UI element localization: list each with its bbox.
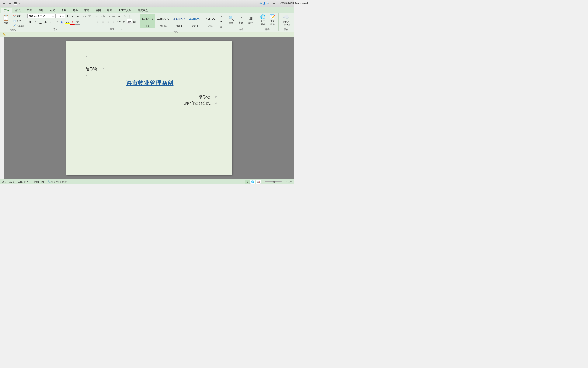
italic-button[interactable]: I xyxy=(33,19,38,25)
show-marks-button[interactable]: ¶ xyxy=(127,14,132,19)
align-right-button[interactable]: ≡ xyxy=(106,19,111,24)
subscript-button[interactable]: x₂ xyxy=(49,19,54,25)
page-wrapper[interactable]: ↵ ↵ 陪你读， ↵ ↵ 咨市物业管理条例 ↵ ↵ xyxy=(4,37,294,179)
paragraph-group-expand[interactable]: ⧉ xyxy=(121,28,123,31)
zoom-thumb[interactable] xyxy=(273,181,275,183)
document-page[interactable]: ↵ ↵ 陪你读， ↵ ↵ 咨市物业管理条例 ↵ ↵ xyxy=(66,41,232,175)
paste-button[interactable]: 📋 粘贴 xyxy=(2,14,10,25)
char-border-button[interactable]: 文 xyxy=(75,19,80,25)
bold-button[interactable]: B xyxy=(27,19,33,25)
ribbon-content: 📋 粘贴 ✂️ 剪切 📄 复制 🖌️ 格式刷 xyxy=(0,13,294,32)
full-translate-icon: 🌐 xyxy=(260,14,265,19)
underline-button[interactable]: U xyxy=(38,19,43,25)
font-color-button[interactable]: A xyxy=(70,19,75,25)
user-icon: 👤 xyxy=(263,2,266,4)
style-h1[interactable]: AaBbC 标题 1 xyxy=(171,14,187,28)
change-case-button[interactable]: Aa▼ xyxy=(76,14,81,19)
shading-button[interactable]: ▩▾ xyxy=(127,19,132,24)
increase-indent-button[interactable]: ⇥ xyxy=(116,14,121,19)
select-button[interactable]: ▦ 选择 xyxy=(246,14,255,26)
expand-qat[interactable]: ▼ xyxy=(18,2,21,5)
bullets-button[interactable]: ≡•▾ xyxy=(95,14,100,19)
app-icon: 🐟 xyxy=(259,2,262,4)
style-heading[interactable]: AaBbCc 标题 xyxy=(203,14,218,28)
tab-home[interactable]: 开始 xyxy=(1,8,12,13)
borders-button[interactable]: ▦▾ xyxy=(132,19,137,24)
find-button[interactable]: 🔍 查找 xyxy=(226,14,236,26)
tab-insert[interactable]: 插入 xyxy=(12,8,24,13)
numbering-button[interactable]: ≡1▾ xyxy=(100,14,105,19)
tab-pdf[interactable]: PDF工具集 xyxy=(115,8,134,13)
tab-view[interactable]: 视图 xyxy=(93,8,104,13)
doc-line-2: ↵ xyxy=(86,60,217,65)
undo-button[interactable]: ↩ xyxy=(2,1,7,6)
tab-design[interactable]: 设计 xyxy=(35,8,47,13)
ribbon-tabs: 开始 插入 绘图 设计 布局 引用 邮件 审阅 视图 帮助 PDF工具集 百度网… xyxy=(0,7,294,13)
style-h2[interactable]: AaBbCc 标题 2 xyxy=(187,14,202,28)
styles-group: AaBbCcDc 正文 AaBbCcDc 无间隔 AaBbC 标题 1 AaBb… xyxy=(139,13,225,31)
redo-button[interactable]: ↪ xyxy=(7,1,12,6)
style-no-spacing[interactable]: AaBbCcDc 无间隔 xyxy=(156,14,171,28)
tab-baidu[interactable]: 百度网盘 xyxy=(134,8,151,13)
tab-layout[interactable]: 布局 xyxy=(47,8,58,13)
full-translate-button[interactable]: 🌐 全文翻译 xyxy=(258,14,267,26)
line-spacing-button[interactable]: ↕▾ xyxy=(122,19,127,24)
cut-button[interactable]: ✂️ 剪切 xyxy=(12,14,25,18)
highlight-button[interactable]: ab xyxy=(64,19,70,25)
font-size-increase-button[interactable]: A+ xyxy=(65,14,70,19)
translation-buttons: 🌐 全文翻译 📝 论文翻译 xyxy=(258,14,277,28)
justify-button[interactable]: ≡ xyxy=(111,19,116,24)
phonetic-button[interactable]: 文 xyxy=(87,14,92,19)
paper-translate-button[interactable]: 📝 论文翻译 xyxy=(268,14,277,26)
status-bar: 页，共 21 页 13675 个字 中文(中国) 🔧 辅助功能: 调查 ⊞ 🌐 … xyxy=(0,179,294,184)
minimize-button[interactable]: ─ xyxy=(271,1,277,6)
view-mode-print[interactable]: ⊞ xyxy=(245,180,250,184)
multilevel-button[interactable]: ☰▾ xyxy=(106,14,111,19)
zoom-slider[interactable] xyxy=(265,182,282,182)
quick-save-button[interactable]: 💾 xyxy=(13,1,18,6)
accessibility-status[interactable]: 🔧 辅助功能: 调查 xyxy=(48,180,67,183)
zoom-out-button[interactable]: − xyxy=(263,181,264,183)
font-group-expand[interactable]: ⧉ xyxy=(65,28,66,31)
language: 中文(中国) xyxy=(34,180,44,183)
style-normal-label: 正文 xyxy=(146,24,150,28)
copy-button[interactable]: 📄 复制 xyxy=(12,18,25,23)
tab-draw[interactable]: 绘图 xyxy=(24,8,35,13)
save-group-label: 保存 xyxy=(280,28,292,31)
tab-review[interactable]: 审阅 xyxy=(81,8,93,13)
styles-group-expand[interactable]: ⧉ xyxy=(189,30,190,33)
strikethrough-button[interactable]: abc xyxy=(43,19,48,25)
align-left-button[interactable]: ≡ xyxy=(95,19,100,24)
doc-line-zun-ji: 遵纪守法好公民。 ↵ xyxy=(86,101,217,106)
styles-scroll-up[interactable]: ▲ xyxy=(219,14,224,19)
styles-scroll-down[interactable]: ▼ xyxy=(219,19,224,24)
para-mark-2: ↵ xyxy=(86,61,88,64)
save-baidu-button[interactable]: ☁️ 保存到百度网盘 xyxy=(280,14,292,26)
decrease-indent-button[interactable]: ⇤ xyxy=(111,14,116,19)
tab-help[interactable]: 帮助 xyxy=(104,8,115,13)
view-mode-web[interactable]: 🌐 xyxy=(250,180,255,184)
ruler-toggle[interactable]: 📏 xyxy=(2,33,6,36)
align-center-button[interactable]: ≡ xyxy=(100,19,105,24)
title-center: Z市物业管理条例 - Word xyxy=(280,1,294,5)
tab-mailings[interactable]: 邮件 xyxy=(70,8,81,13)
font-name-select[interactable]: 等线 (中文正文) xyxy=(27,14,55,18)
clear-format-button[interactable]: ✕A xyxy=(82,14,87,19)
distribute-button[interactable]: ≡分 xyxy=(116,19,121,24)
text-effects-button[interactable]: A xyxy=(59,19,64,25)
zoom-level[interactable]: 100% xyxy=(285,181,292,183)
tab-references[interactable]: 引用 xyxy=(58,8,70,13)
style-no-spacing-label: 无间隔 xyxy=(160,24,167,28)
style-normal[interactable]: AaBbCcDc 正文 xyxy=(140,14,155,28)
font-size-select[interactable]: 一号 xyxy=(55,14,65,18)
copy-icon: 📄 xyxy=(13,19,16,22)
format-painter-button[interactable]: 🖌️ 格式刷 xyxy=(12,23,25,28)
sort-button[interactable]: ↕A xyxy=(122,14,127,19)
view-mode-read[interactable]: 📖 xyxy=(256,180,261,184)
styles-expand[interactable]: ⧉ xyxy=(219,25,224,30)
paste-icon: 📋 xyxy=(2,14,9,21)
font-size-decrease-button[interactable]: a- xyxy=(71,14,76,19)
replace-button[interactable]: ⇌ 替换 xyxy=(236,14,246,26)
zoom-in-button[interactable]: + xyxy=(283,181,284,183)
superscript-button[interactable]: x² xyxy=(54,19,59,25)
